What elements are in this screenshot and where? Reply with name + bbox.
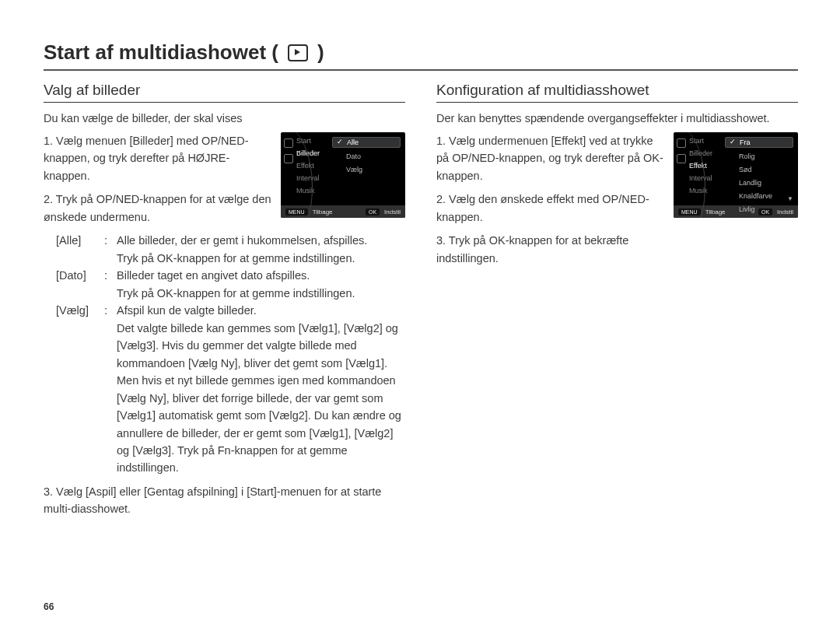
slideshow-icon bbox=[288, 44, 308, 61]
right-heading: Konfiguration af multidiasshowet bbox=[436, 82, 798, 103]
left-menu-screenshot: Start Billeder Effekt Interval Musik All… bbox=[281, 132, 405, 218]
left-intro: Du kan vælge de billeder, der skal vises bbox=[44, 112, 405, 124]
page-number: 66 bbox=[44, 601, 54, 612]
bar-set-label: Indstil bbox=[384, 208, 401, 215]
opt-sod: Sød bbox=[725, 165, 793, 174]
def-dato-note: Tryk på OK-knappen for at gemme indstill… bbox=[117, 287, 355, 299]
def-dato-term: [Dato] bbox=[56, 267, 100, 302]
opt-rolig: Rolig bbox=[725, 152, 793, 161]
page-title-close: ) bbox=[317, 40, 324, 65]
bar-ok-btn: OK bbox=[366, 208, 380, 215]
left-step-2: 2. Tryk på OP/NED-knappen for at vælge d… bbox=[44, 191, 273, 226]
def-alle-term: [Alle] bbox=[56, 232, 100, 267]
bar-back-label: Tilbage bbox=[313, 208, 333, 215]
right-step-3: 3. Tryk på OK-knappen for at bekræfte in… bbox=[436, 232, 666, 267]
page-title-row: Start af multidiashowet ( ) bbox=[44, 40, 798, 71]
def-vaelg-term: [Vælg] bbox=[56, 302, 100, 477]
definition-table: [Alle] : Alle billeder, der er gemt i hu… bbox=[56, 232, 405, 477]
def-vaelg-long: Det valgte billede kan gemmes som [Vælg1… bbox=[117, 322, 401, 475]
def-vaelg-desc: Afspil kun de valgte billeder. bbox=[117, 304, 257, 317]
play-mode-icon bbox=[677, 138, 686, 148]
chevron-down-icon: ▼ bbox=[787, 195, 793, 202]
camera-mode-icon bbox=[284, 154, 293, 163]
opt-knaldfarve: Knaldfarve bbox=[725, 191, 793, 201]
left-step-3: 3. Vælg [Aspil] eller [Gentag afspilning… bbox=[44, 483, 405, 518]
right-menu-screenshot: Start Billeder Effekt Interval Musik ▲ F… bbox=[674, 132, 798, 218]
left-step-1: 1. Vælg menuen [Billeder] med OP/NED-kna… bbox=[44, 132, 273, 184]
opt-livlig: Livlig bbox=[725, 205, 793, 214]
opt-vaelg: Vælg bbox=[332, 165, 401, 174]
camera-mode-icon bbox=[677, 154, 686, 163]
right-step-1: 1. Vælg undermenuen [Effekt] ved at tryk… bbox=[436, 132, 666, 184]
left-column: Valg af billeder Du kan vælge de billede… bbox=[44, 82, 405, 529]
page-title: Start af multidiashowet ( bbox=[44, 40, 278, 65]
right-column: Konfiguration af multidiasshowet Der kan… bbox=[436, 82, 798, 529]
def-dato-desc: Billeder taget en angivet dato afspilles… bbox=[117, 269, 310, 282]
opt-alle: Alle bbox=[332, 137, 401, 148]
right-step-2: 2. Vælg den ønskede effekt med OP/NED-kn… bbox=[436, 191, 666, 226]
left-heading: Valg af billeder bbox=[44, 82, 405, 103]
opt-dato: Dato bbox=[332, 152, 401, 161]
bar-back-label: Tilbage bbox=[705, 208, 726, 215]
def-alle-note: Tryk på OK-knappen for at gemme indstill… bbox=[117, 252, 355, 264]
right-intro: Der kan benyttes spændende overgangseffe… bbox=[436, 112, 798, 124]
play-mode-icon bbox=[284, 138, 293, 148]
opt-landlig: Landlig bbox=[725, 178, 793, 187]
opt-fra: Fra bbox=[725, 137, 793, 148]
def-alle-desc: Alle billeder, der er gemt i hukommelsen… bbox=[117, 234, 367, 247]
